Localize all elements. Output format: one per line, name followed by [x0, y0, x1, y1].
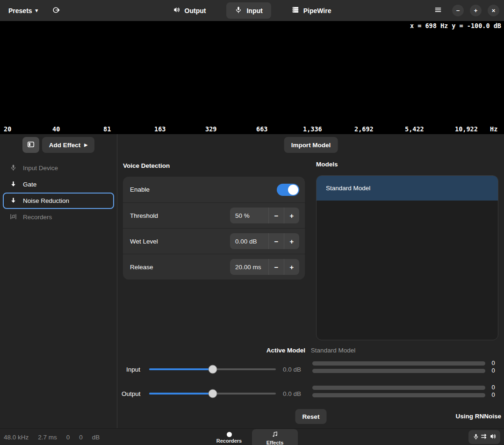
level-unit: dB — [92, 434, 100, 441]
add-effect-button[interactable]: Add Effect ▶ — [42, 137, 94, 153]
input-level-meter-left — [312, 361, 485, 366]
presets-label: Presets — [8, 7, 32, 14]
xruns-count: 0 — [66, 434, 70, 441]
latency: 2.7 ms — [38, 434, 57, 441]
sidebar-item-label: Gate — [23, 181, 36, 188]
tab-input-label: Input — [246, 7, 262, 14]
output-level-meter-right — [312, 393, 485, 397]
status-bar: 48.0 kHz 2.7 ms 0 0 dB Recorders Effects — [0, 428, 504, 445]
release-decrement-button[interactable]: − — [268, 259, 284, 275]
slider-fill — [149, 368, 213, 370]
tab-recorders[interactable]: Recorders — [206, 429, 252, 445]
chevron-down-icon: ▾ — [36, 7, 38, 14]
slider-thumb[interactable] — [208, 365, 217, 374]
enable-label: Enable — [130, 186, 277, 193]
maximize-button[interactable]: + — [470, 5, 482, 16]
close-button[interactable]: × — [488, 5, 499, 16]
microphone-icon — [473, 433, 479, 441]
tab-output[interactable]: Output — [165, 2, 215, 19]
speaker-icon — [490, 433, 497, 441]
tab-effects-label: Effects — [266, 440, 284, 445]
plugin-list: Input Device Gate Noise Reduction — [0, 160, 117, 225]
models-list: Standard Model — [316, 175, 498, 340]
input-gain-slider[interactable] — [149, 365, 276, 373]
output-level-value-right: 0 — [488, 391, 498, 398]
enable-row: Enable — [123, 177, 305, 202]
content-area: Add Effect ▶ Input Device Gate — [0, 134, 504, 428]
axis-tick: 329 — [205, 125, 216, 133]
listen-to-mic-button[interactable] — [468, 430, 500, 444]
enable-toggle[interactable] — [277, 184, 299, 196]
sidebar-item-recorders[interactable]: Recorders — [3, 209, 114, 225]
speaker-icon — [173, 6, 180, 15]
sidebar-item-label: Noise Reduction — [23, 197, 69, 204]
minimize-button[interactable]: − — [452, 5, 464, 16]
bypass-icon — [52, 6, 60, 15]
hamburger-menu-icon — [434, 6, 442, 15]
axis-tick: 10,922 — [455, 125, 478, 133]
reset-label: Reset — [302, 413, 320, 420]
maximize-icon: + — [474, 7, 478, 14]
release-value[interactable]: 20.00 ms — [230, 259, 268, 275]
spectrum-display[interactable]: x = 698 Hz y = -100.0 dB 20 40 81 163 32… — [0, 21, 504, 134]
arrow-down-icon — [10, 180, 17, 189]
import-model-button[interactable]: Import Model — [284, 137, 338, 153]
output-level-value-left: 0 — [488, 384, 498, 391]
axis-tick: 20 — [4, 125, 11, 133]
sample-rate: 48.0 kHz — [4, 434, 29, 441]
sidebar-item-noise-reduction[interactable]: Noise Reduction — [3, 193, 114, 209]
sidebar-item-input-device[interactable]: Input Device — [3, 160, 114, 176]
slider-fill — [149, 393, 213, 395]
voice-detection-card: Enable Threshold 50 % − + Wet Level — [123, 177, 305, 280]
threshold-decrement-button[interactable]: − — [268, 208, 284, 223]
bottom-view-switcher: Recorders Effects — [206, 429, 298, 445]
wet-level-decrement-button[interactable]: − — [268, 233, 284, 249]
threshold-value[interactable]: 50 % — [230, 208, 268, 223]
release-label: Release — [130, 264, 230, 271]
toggle-knob — [288, 185, 298, 195]
music-note-icon — [272, 431, 278, 439]
pipewire-icon — [292, 6, 299, 15]
output-gain-label: Output — [122, 390, 140, 397]
microphone-icon — [10, 164, 17, 172]
slider-thumb[interactable] — [208, 389, 217, 398]
sidebar-item-label: Recorders — [23, 214, 52, 221]
reset-button[interactable]: Reset — [295, 409, 327, 424]
model-label: Standard Model — [326, 185, 370, 192]
toggle-sidebar-button[interactable] — [22, 137, 39, 153]
output-gain-slider[interactable] — [149, 389, 276, 398]
easyeffects-window: Presets ▾ Output Input — [0, 0, 504, 445]
presets-menu-button[interactable]: Presets ▾ — [5, 4, 42, 18]
active-model-label: Active Model — [266, 347, 305, 354]
input-gain-value: 0.0 dB — [283, 366, 301, 373]
global-bypass-button[interactable] — [48, 3, 64, 18]
tab-input[interactable]: Input — [226, 2, 271, 19]
axis-tick: 1,336 — [303, 125, 322, 133]
recorders-icon — [10, 213, 17, 222]
primary-menu-button[interactable] — [430, 3, 446, 18]
release-increment-button[interactable]: + — [284, 259, 299, 275]
release-spinbutton: 20.00 ms − + — [230, 259, 299, 275]
input-level-meter-right — [312, 369, 485, 373]
release-row: Release 20.00 ms − + — [123, 254, 305, 280]
sidebar-pane-icon — [27, 141, 35, 150]
wet-level-value[interactable]: 0.00 dB — [230, 233, 268, 249]
sidebar-item-gate[interactable]: Gate — [3, 176, 114, 193]
tab-effects[interactable]: Effects — [252, 429, 298, 445]
output-gain-value: 0.0 dB — [283, 390, 301, 397]
output-level-meter-left — [312, 386, 485, 390]
threshold-label: Threshold — [130, 212, 230, 219]
level-value: 0 — [79, 434, 83, 441]
axis-tick: 163 — [154, 125, 166, 133]
model-row-standard[interactable]: Standard Model — [317, 176, 498, 201]
wet-level-increment-button[interactable]: + — [284, 233, 299, 249]
input-level-value-right: 0 — [488, 367, 498, 374]
tab-pipewire[interactable]: PipeWire — [283, 2, 340, 19]
voice-detection-title: Voice Detection — [123, 162, 305, 170]
chevron-right-icon: ▶ — [84, 143, 87, 147]
wet-level-label: Wet Level — [130, 238, 230, 245]
threshold-increment-button[interactable]: + — [284, 208, 299, 223]
axis-tick: 5,422 — [405, 125, 424, 133]
axis-tick: 2,692 — [354, 125, 374, 133]
threshold-row: Threshold 50 % − + — [123, 202, 305, 228]
